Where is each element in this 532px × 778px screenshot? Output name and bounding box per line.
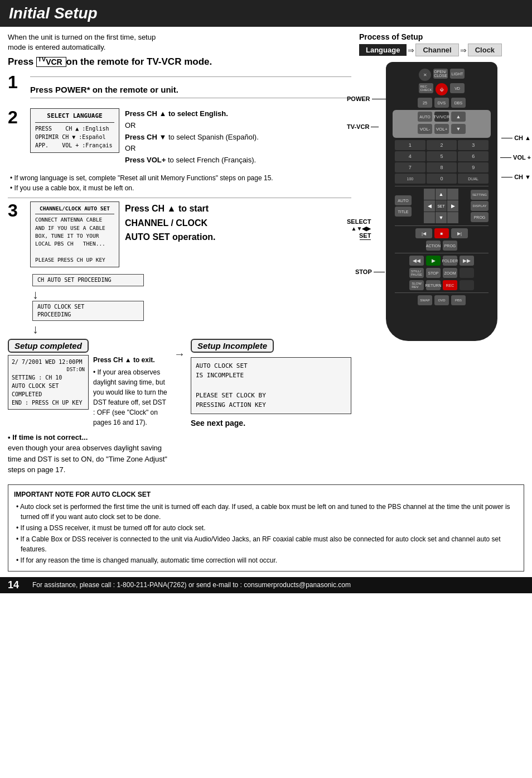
remote-btn-tvcr-main[interactable]: TV/VCR: [434, 112, 449, 122]
remote-btn-next[interactable]: ▶|: [451, 228, 468, 238]
remote-wrapper: POWER TV-VCR CH ▲ VOL + CH ▼: [386, 62, 497, 341]
important-note-box: IMPORTANT NOTE FOR AUTO CLOCK SET Auto c…: [8, 484, 524, 572]
process-setup-title: Process of Setup: [359, 32, 524, 41]
bullet-note-2: If you use a cable box, it must be left …: [8, 183, 351, 193]
remote-dpad-up[interactable]: ▲: [436, 189, 447, 200]
remote-btn-blank3: [460, 280, 474, 290]
remote-btn-rewind[interactable]: ◀◀: [409, 256, 424, 266]
remote-btn-zoom[interactable]: ZOOM: [443, 268, 457, 278]
proc-arrow-2: ⇒: [459, 46, 468, 55]
bullet-notes: If wrong language is set, complete "Rese…: [8, 173, 351, 193]
remote-btn-slowrev[interactable]: SLOWREV: [409, 280, 424, 290]
important-note-list: Auto clock set is performed the first ti…: [14, 502, 518, 565]
remote-btn-swap[interactable]: SWAP: [418, 295, 432, 305]
step3-screen-line1: CONNECT ANTENNA CABLE: [35, 216, 114, 224]
remote-btn-title[interactable]: TITLE: [395, 206, 412, 217]
important-note-item-3: If a Cable Box or DSS receiver is connec…: [14, 534, 518, 554]
remote-btn-display[interactable]: DISPLAY: [471, 201, 489, 211]
remote-btn-ff[interactable]: ▶▶: [460, 256, 474, 266]
proc-arrow-1: ⇒: [407, 46, 415, 55]
remote-divider-4: [395, 292, 489, 293]
remote-btn-play[interactable]: ▶: [426, 256, 441, 266]
remote-num-7[interactable]: 7: [395, 162, 425, 172]
flow-box2: AUTO CLOCK SET PROCEEDING: [32, 301, 144, 321]
vol-plus-label: VOL +: [500, 154, 531, 161]
remote-btn-auto2[interactable]: AUTO: [395, 195, 412, 205]
remote-num-2[interactable]: 2: [427, 140, 457, 150]
remote-btn-stop2[interactable]: STOP: [426, 268, 441, 278]
remote-btn-setting[interactable]: SETTING: [471, 190, 489, 200]
setup-incomplete-block: Setup Incomplete AUTO CLOCK SET IS INCOM…: [191, 339, 351, 428]
bullet-note-1: If wrong language is set, complete "Rese…: [8, 173, 351, 183]
remote-dpad-right[interactable]: ▶: [447, 200, 458, 212]
remote-top-row: ✕ OPEN/CLOSE LIGHT: [390, 69, 493, 81]
remote-btn-cross[interactable]: ✕: [419, 69, 431, 81]
remote-btn-dvs[interactable]: DVS: [434, 98, 449, 108]
remote-num-9[interactable]: 9: [458, 162, 489, 172]
process-setup: Process of Setup Language ⇒ Channel ⇒ Cl…: [359, 32, 524, 56]
remote-vol-row: VOL- VOL+ ▼: [394, 124, 489, 134]
remote-btn-vol-down[interactable]: VOL-: [418, 124, 432, 134]
ch-up-label: CH ▲: [501, 135, 531, 141]
remote-btn-dbs[interactable]: DBS: [451, 98, 466, 108]
remote-btn-auto[interactable]: AUTO: [418, 112, 432, 122]
remote-transport-row1: |◀ ■ ▶|: [393, 228, 491, 238]
if-time-not-correct: • If time is not correct... even though …: [8, 432, 168, 476]
ch-down-label: CH ▼: [501, 174, 531, 180]
remote-dpad-dr[interactable]: [447, 212, 458, 223]
remote-btn-ch-up[interactable]: ▲: [451, 112, 466, 122]
remote-btn-action[interactable]: ACTION: [426, 241, 441, 251]
remote-btn-ch-down[interactable]: ▼: [451, 124, 466, 134]
remote-num-1[interactable]: 1: [395, 140, 425, 150]
remote-btn-vol-up[interactable]: VOL+: [434, 124, 449, 134]
remote-num-5[interactable]: 5: [427, 151, 457, 161]
proc-step-channel: Channel: [415, 44, 458, 56]
step3-number: 3: [8, 201, 25, 219]
remote-dpad-down[interactable]: ▼: [436, 212, 447, 223]
remote-btn-pbs[interactable]: PBS: [451, 295, 466, 305]
remote-btn-rec-check[interactable]: RECCHECK: [419, 83, 433, 93]
remote-btn-return[interactable]: RETURN: [426, 280, 441, 290]
remote-body: ✕ OPEN/CLOSE LIGHT RECCHECK ⏻ VD 25 DVS: [386, 62, 497, 341]
remote-btn-prog2[interactable]: PROG: [443, 241, 457, 251]
step1-number: 1: [8, 73, 25, 91]
remote-transport-row2: ACTION PROG: [393, 241, 491, 251]
remote-num-100[interactable]: 100: [395, 174, 425, 184]
see-next-page: See next page.: [191, 419, 351, 428]
remote-btn-folder3[interactable]: FOLDER: [443, 256, 457, 266]
select-label: SELECT ▲▼◀▶ SET: [347, 218, 371, 240]
remote-dpad-ur[interactable]: [447, 189, 458, 200]
step2-screen-line1: PRESS CH ▲ :English: [35, 124, 114, 133]
setup-completed-content: 2/ 7/2001 WED 12:00PM DST:ON SETTING : C…: [8, 355, 168, 428]
stop-label: STOP: [355, 268, 385, 275]
remote-tvcr-area: AUTO TV/VCR ▲ VOL- VOL+ ▼: [393, 110, 491, 138]
remote-btn-rec[interactable]: REC: [443, 280, 457, 290]
remote-num-dual[interactable]: DUAL: [458, 174, 489, 184]
remote-num-3[interactable]: 3: [458, 140, 489, 150]
completed-incomplete-section: Setup completed 2/ 7/2001 WED 12:00PM DS…: [8, 339, 351, 476]
remote-num-4[interactable]: 4: [395, 151, 425, 161]
remote-num-8[interactable]: 8: [427, 162, 457, 172]
setup-incomplete-screen: AUTO CLOCK SET IS INCOMPLETE PLEASE SET …: [191, 357, 351, 414]
remote-dpad-ul[interactable]: [424, 189, 435, 200]
remote-btn-prev[interactable]: |◀: [415, 228, 432, 238]
remote-num-6[interactable]: 6: [458, 151, 489, 161]
remote-btn-25[interactable]: 25: [418, 98, 432, 108]
step3-content: CHANNEL/CLOCK AUTO SET CONNECT ANTENNA C…: [30, 201, 351, 267]
remote-btn-open[interactable]: OPEN/CLOSE: [433, 69, 448, 79]
remote-btn-power[interactable]: ⏻: [436, 83, 448, 95]
remote-btn-oivio[interactable]: OVD: [434, 295, 449, 305]
remote-btn-light[interactable]: LIGHT: [450, 69, 465, 79]
remote-btn-vd[interactable]: VD: [450, 83, 465, 93]
step2-screen-title: SELECT LANGUAGE: [35, 112, 114, 123]
step2-screen-line3: APP. VOL + :Français: [35, 141, 114, 150]
remote-dpad-left[interactable]: ◀: [424, 200, 435, 212]
remote-btn-stop[interactable]: ■: [434, 228, 449, 238]
step2-number: 2: [8, 108, 25, 126]
remote-num-0[interactable]: 0: [427, 174, 457, 184]
remote-dpad-dl[interactable]: [424, 212, 435, 223]
remote-dpad-center[interactable]: SET: [436, 200, 447, 212]
step3-screen-line3: BOX, TUNE IT TO YOUR: [35, 232, 114, 240]
remote-btn-prog[interactable]: PROG: [471, 212, 489, 222]
remote-btn-stillpause[interactable]: STILL/PAUSE: [409, 268, 424, 278]
